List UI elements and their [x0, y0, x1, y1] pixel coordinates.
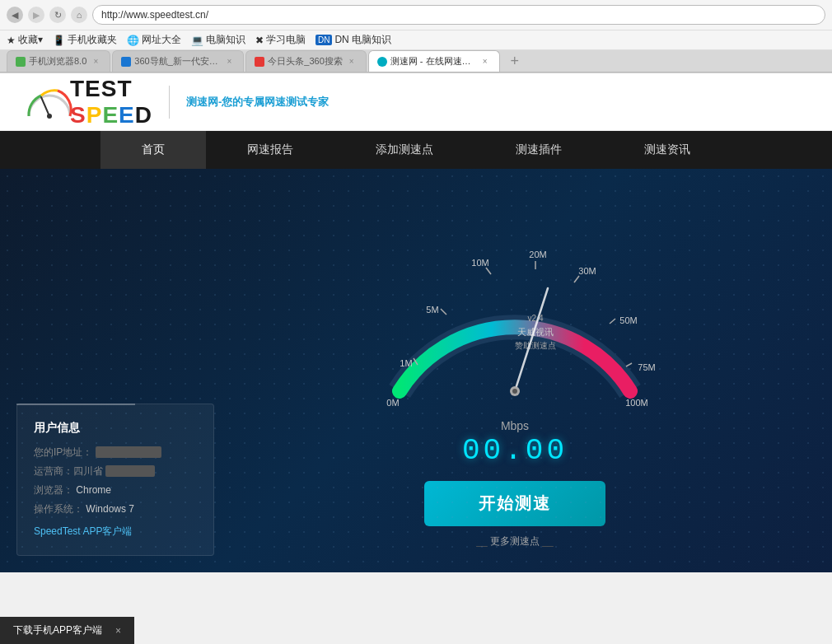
tab-favicon-speedtest	[377, 57, 387, 67]
download-banner-label: 下载手机APP客户端	[13, 623, 102, 637]
gauge-label-30m: 30M	[578, 266, 596, 276]
tab-mobile-browser[interactable]: 手机浏览器8.0 ×	[7, 50, 110, 72]
logo-speedometer-icon	[25, 79, 74, 124]
gauge-version-text: v2.4	[528, 314, 544, 323]
gauge-svg-wrap: 0M 1M 5M 10M 20M 30M	[358, 194, 671, 427]
new-tab-button[interactable]: +	[505, 51, 525, 71]
logo-text: TEST SPEED	[70, 76, 152, 128]
tab-close-toutiao[interactable]: ×	[346, 56, 358, 68]
mobile-icon: 📱	[53, 35, 65, 46]
speed-value-display: 00.00	[462, 434, 568, 468]
gauge-container: 0M 1M 5M 10M 20M 30M	[214, 194, 816, 548]
svg-line-6	[574, 276, 579, 282]
learn-icon: ✖	[255, 35, 264, 46]
star-icon: ★	[7, 35, 16, 46]
app-download-link[interactable]: SpeedTest APP客户端	[34, 525, 197, 539]
user-info-isp: 运营商：四川省 xxxxx	[34, 464, 197, 478]
tab-label-mobile: 手机浏览器8.0	[29, 55, 86, 68]
nav-add-node[interactable]: 添加测速点	[334, 131, 474, 169]
nav-reports[interactable]: 网速报告	[206, 131, 334, 169]
tab-close-360[interactable]: ×	[223, 56, 235, 68]
main-nav: 首页 网速报告 添加测速点 测速插件 测速资讯	[0, 131, 832, 169]
more-nodes-link[interactable]: 更多测速点	[476, 534, 553, 548]
tab-label-speedtest: 测速网 - 在线网速测试,网络测速...	[390, 55, 476, 68]
user-info-ip: 您的IP地址： 222.214.17.xx	[34, 446, 197, 460]
bookmark-dn[interactable]: DN DN 电脑知识	[316, 33, 391, 47]
tab-360nav[interactable]: 360导航_新一代安全上网导航 ×	[112, 50, 244, 72]
forward-button[interactable]: ▶	[28, 7, 44, 23]
user-info-panel: 用户信息 您的IP地址： 222.214.17.xx 运营商：四川省 xxxxx…	[16, 404, 214, 556]
bookmark-mobile[interactable]: 📱 手机收藏夹	[53, 33, 117, 47]
user-info-os: 操作系统： Windows 7	[34, 502, 197, 516]
gauge-label-20m: 20M	[529, 250, 546, 259]
logo-divider	[169, 86, 170, 119]
dn-icon: DN	[316, 35, 332, 45]
tab-toutiao[interactable]: 今日头条_360搜索 ×	[245, 50, 366, 72]
pc-icon: 💻	[191, 35, 203, 46]
bookmark-learn-pc[interactable]: ✖ 学习电脑	[255, 33, 306, 47]
start-speed-test-button[interactable]: 开始测速	[424, 481, 605, 526]
refresh-button[interactable]: ↻	[49, 7, 66, 23]
download-banner-close[interactable]: ×	[115, 625, 121, 637]
globe-icon: 🌐	[127, 35, 139, 46]
bookmarks-menu[interactable]: ★ 收藏▾	[7, 33, 43, 47]
nav-news[interactable]: 测速资讯	[603, 131, 732, 169]
svg-line-8	[626, 363, 632, 366]
tab-favicon-toutiao	[255, 57, 264, 67]
download-app-banner[interactable]: 下载手机APP客户端 ×	[0, 617, 134, 644]
svg-line-3	[441, 309, 446, 315]
gauge-label-100m: 100M	[625, 398, 648, 408]
gauge-label-1m: 1M	[400, 358, 412, 368]
address-bar[interactable]	[92, 5, 825, 25]
speedometer-svg: 0M 1M 5M 10M 20M 30M	[358, 194, 671, 424]
svg-line-0	[41, 97, 49, 116]
tab-close-speedtest[interactable]: ×	[479, 56, 491, 68]
isp-value: xxxxx	[105, 465, 155, 477]
tab-label-360: 360导航_新一代安全上网导航	[134, 55, 220, 68]
gauge-label-75m: 75M	[638, 362, 655, 372]
site-header: TEST SPEED 测速网-您的专属网速测试专家	[0, 73, 832, 131]
site-tagline[interactable]: 测速网-您的专属网速测试专家	[186, 95, 329, 110]
tabs-bar: 手机浏览器8.0 × 360导航_新一代安全上网导航 × 今日头条_360搜索 …	[0, 50, 832, 72]
logo-area: TEST SPEED	[25, 76, 152, 128]
svg-point-1	[47, 114, 52, 119]
page-content: TEST SPEED 测速网-您的专属网速测试专家 首页 网速报告 添加测速点 …	[0, 73, 832, 572]
tab-label-toutiao: 今日头条_360搜索	[268, 55, 342, 68]
svg-line-7	[610, 319, 615, 324]
bookmarks-bar: ★ 收藏▾ 📱 手机收藏夹 🌐 网址大全 💻 电脑知识 ✖ 学习电脑 DN DN…	[0, 30, 832, 50]
tab-favicon-360	[121, 57, 131, 67]
bookmark-pc-knowledge[interactable]: 💻 电脑知识	[191, 33, 245, 47]
gauge-sponsor-sub: 赞助测速点	[515, 341, 556, 350]
browser-toolbar: ◀ ▶ ↻ ⌂	[0, 0, 832, 30]
gauge-label-0m: 0M	[386, 398, 399, 408]
back-button[interactable]: ◀	[7, 7, 23, 23]
tab-favicon-mobile	[16, 57, 26, 67]
gauge-label-10m: 10M	[471, 258, 488, 268]
speedtest-area: 用户信息 您的IP地址： 222.214.17.xx 运营商：四川省 xxxxx…	[0, 169, 832, 572]
svg-point-11	[512, 389, 517, 394]
user-info-title: 用户信息	[34, 421, 197, 436]
home-button[interactable]: ⌂	[71, 7, 87, 23]
browser-chrome: ◀ ▶ ↻ ⌂ ★ 收藏▾ 📱 手机收藏夹 🌐 网址大全 💻 电脑知识 ✖ 学习…	[0, 0, 832, 73]
nav-plugin[interactable]: 测速插件	[474, 131, 603, 169]
gauge-label-5m: 5M	[426, 305, 438, 315]
bookmark-sites[interactable]: 🌐 网址大全	[127, 33, 181, 47]
ip-value: 222.214.17.xx	[96, 446, 161, 458]
user-info-browser: 浏览器： Chrome	[34, 483, 197, 497]
nav-home[interactable]: 首页	[100, 131, 206, 169]
gauge-label-50m: 50M	[619, 315, 637, 325]
tab-speedtest[interactable]: 测速网 - 在线网速测试,网络测速... ×	[368, 50, 500, 72]
tab-close-mobile[interactable]: ×	[90, 56, 101, 68]
svg-line-4	[486, 268, 491, 274]
